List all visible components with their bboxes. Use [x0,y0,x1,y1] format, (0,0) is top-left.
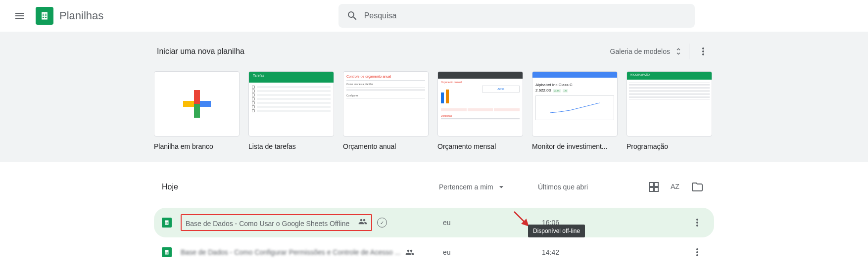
shared-icon [358,217,367,226]
templates-header: Iniciar uma nova planilha Galeria de mod… [154,40,714,63]
file-more-button[interactable] [688,243,706,261]
sort-az-icon: AZ [670,181,681,193]
owner-filter-dropdown[interactable]: Pertencem a mim [439,182,538,192]
template-label: Monitor de investiment... [532,142,618,150]
file-name: Base de Dados - Como Configurar Permissõ… [181,248,400,256]
search-icon [346,10,358,22]
files-section: Hoje Pertencem a mim Últimos que abri AZ… [154,162,714,267]
sheets-file-icon [162,247,172,257]
sheets-logo[interactable] [36,7,53,25]
template-investment[interactable]: Alphabet Inc Class C2.622,03+0.8%+20 Mon… [532,71,618,150]
template-monthly-budget[interactable]: Orçamento mensal-50%Despesas Orçamento m… [437,71,523,150]
more-vert-icon [697,46,709,57]
sheets-logo-icon [40,11,49,21]
templates-more-button[interactable] [695,44,711,59]
app-header: Planilhas [0,0,868,32]
more-vert-icon [691,217,703,229]
template-annual-budget[interactable]: Controle de orçamento anualComo usar est… [343,71,429,150]
template-label: Planilha em branco [154,142,240,150]
template-label: Orçamento anual [343,142,429,150]
file-owner: eu [443,248,542,256]
svg-text:AZ: AZ [671,183,679,190]
more-vert-icon [691,246,703,258]
unfold-icon [674,47,683,56]
annotation-highlight-box: Base de Dados - Como Usar o Google Sheet… [181,214,372,231]
search-container [173,4,860,28]
divider [689,44,689,59]
template-schedule[interactable]: PROGRAMAÇÃO Programação [627,71,712,150]
files-section-title: Hoje [162,183,439,191]
template-label: Programação [627,142,712,150]
folder-icon [691,181,703,193]
dropdown-icon [496,182,506,192]
gallery-label: Galeria de modelos [610,47,670,55]
templates-grid: Planilha em branco Tarefas Lista de tare… [154,71,714,150]
search-input[interactable] [364,11,687,20]
search-box[interactable] [338,4,695,28]
template-blank[interactable]: Planilha em branco [154,71,240,150]
folder-button[interactable] [688,178,706,196]
app-name: Planilhas [59,9,103,22]
file-name: Base de Dados - Como Usar o Google Sheet… [186,220,349,228]
plus-multicolor-icon [183,90,211,118]
hamburger-icon [14,10,26,22]
last-opened-label: Últimos que abri [538,183,637,191]
shared-icon [405,248,414,257]
sheets-file-icon [162,218,172,228]
main-menu-button[interactable] [8,4,32,28]
files-header: Hoje Pertencem a mim Últimos que abri AZ [154,174,714,200]
file-row[interactable]: Base de Dados - Como Usar o Google Sheet… [154,208,714,237]
grid-icon [648,181,660,193]
templates-title: Iniciar uma nova planilha [157,47,244,56]
offline-tooltip: Disponível off-line [528,225,585,237]
file-row[interactable]: Base de Dados - Como Configurar Permissõ… [154,237,714,267]
template-label: Lista de tarefas [248,142,334,150]
template-label: Orçamento mensal [437,142,523,150]
file-more-button[interactable] [688,214,706,231]
template-gallery-button[interactable]: Galeria de modelos [610,47,683,56]
offline-available-icon: ✓ [377,218,387,228]
sort-button[interactable]: AZ [667,178,684,196]
owner-filter-label: Pertencem a mim [439,183,493,191]
file-time: 14:42 [542,248,641,256]
grid-view-button[interactable] [645,178,663,196]
file-owner: eu [443,219,542,227]
template-todo[interactable]: Tarefas Lista de tarefas [248,71,334,150]
templates-section: Iniciar uma nova planilha Galeria de mod… [0,32,868,162]
